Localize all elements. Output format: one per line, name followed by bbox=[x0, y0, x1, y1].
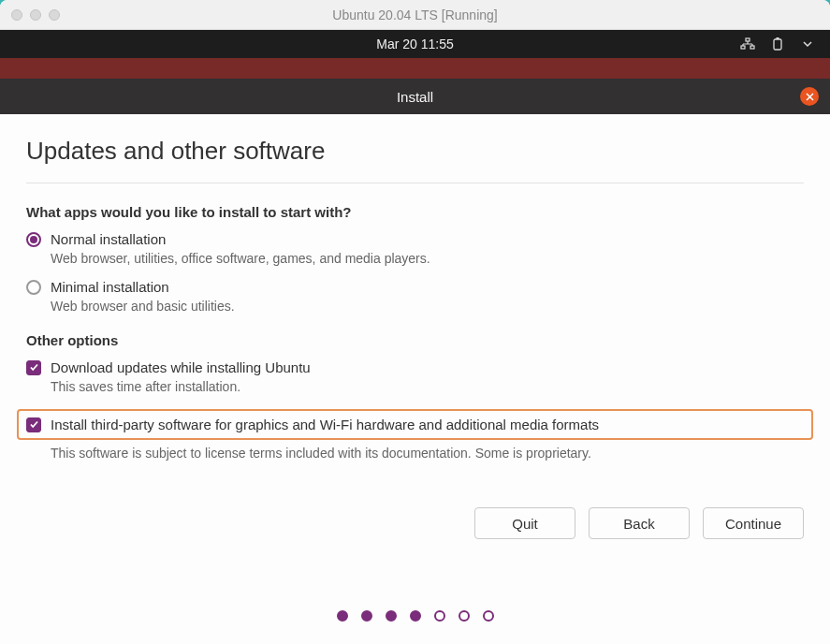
close-window-button[interactable] bbox=[11, 9, 22, 21]
accent-bar bbox=[0, 58, 830, 79]
installer-title: Install bbox=[397, 89, 433, 105]
checkbox-icon bbox=[26, 360, 41, 375]
normal-install-desc: Web browser, utilities, office software,… bbox=[51, 251, 804, 266]
window-controls bbox=[11, 9, 60, 21]
step-dot bbox=[434, 610, 445, 622]
network-icon[interactable] bbox=[740, 37, 755, 51]
download-updates-desc: This saves time after installation. bbox=[51, 379, 804, 394]
svg-rect-6 bbox=[750, 46, 754, 49]
close-icon[interactable] bbox=[800, 87, 819, 106]
step-dot bbox=[483, 610, 494, 622]
svg-rect-7 bbox=[774, 39, 781, 50]
button-row: Quit Back Continue bbox=[26, 507, 804, 539]
third-party-desc: This software is subject to license term… bbox=[51, 446, 804, 461]
continue-button[interactable]: Continue bbox=[703, 507, 804, 539]
step-dot-current bbox=[410, 610, 421, 622]
focused-option: Install third-party software for graphic… bbox=[17, 409, 813, 440]
minimal-install-desc: Web browser and basic utilities. bbox=[51, 299, 804, 314]
datetime[interactable]: Mar 20 11:55 bbox=[376, 37, 454, 51]
radio-icon bbox=[26, 280, 41, 295]
radio-minimal-installation[interactable]: Minimal installation bbox=[26, 279, 804, 295]
ubuntu-desktop: Mar 20 11:55 Install bbox=[0, 30, 830, 644]
system-tray bbox=[740, 37, 815, 51]
page-heading: Updates and other software bbox=[26, 137, 804, 183]
radio-label: Normal installation bbox=[51, 231, 166, 247]
checkbox-third-party[interactable]: Install third-party software for graphic… bbox=[26, 417, 804, 432]
apps-question: What apps would you like to install to s… bbox=[26, 204, 804, 220]
vm-window-title: Ubuntu 20.04 LTS [Running] bbox=[332, 7, 497, 22]
vm-titlebar: Ubuntu 20.04 LTS [Running] bbox=[0, 0, 830, 30]
installer-titlebar: Install bbox=[0, 79, 830, 114]
battery-icon[interactable] bbox=[770, 37, 785, 51]
step-dot bbox=[361, 610, 372, 622]
installer-body: Updates and other software What apps wou… bbox=[0, 114, 830, 644]
radio-normal-installation[interactable]: Normal installation bbox=[26, 231, 804, 247]
radio-icon bbox=[26, 232, 41, 247]
checkbox-label: Install third-party software for graphic… bbox=[51, 417, 599, 432]
other-options-heading: Other options bbox=[26, 332, 804, 348]
svg-rect-8 bbox=[777, 37, 779, 39]
checkbox-download-updates[interactable]: Download updates while installing Ubuntu bbox=[26, 359, 804, 375]
ubuntu-topbar: Mar 20 11:55 bbox=[0, 30, 830, 58]
chevron-down-icon[interactable] bbox=[800, 37, 815, 51]
checkbox-icon bbox=[26, 417, 41, 432]
minimize-window-button[interactable] bbox=[30, 9, 41, 21]
radio-label: Minimal installation bbox=[51, 279, 169, 295]
quit-button[interactable]: Quit bbox=[474, 507, 575, 539]
vm-window: Ubuntu 20.04 LTS [Running] Mar 20 11:55 … bbox=[0, 0, 830, 644]
back-button[interactable]: Back bbox=[589, 507, 690, 539]
step-dot bbox=[337, 610, 348, 622]
svg-rect-0 bbox=[746, 38, 750, 41]
svg-rect-5 bbox=[741, 46, 745, 49]
step-dot bbox=[386, 610, 397, 622]
progress-indicator bbox=[26, 586, 804, 633]
installer-window: Install Updates and other software What … bbox=[0, 79, 830, 644]
step-dot bbox=[459, 610, 470, 622]
checkbox-label: Download updates while installing Ubuntu bbox=[51, 359, 311, 375]
maximize-window-button[interactable] bbox=[49, 9, 60, 21]
